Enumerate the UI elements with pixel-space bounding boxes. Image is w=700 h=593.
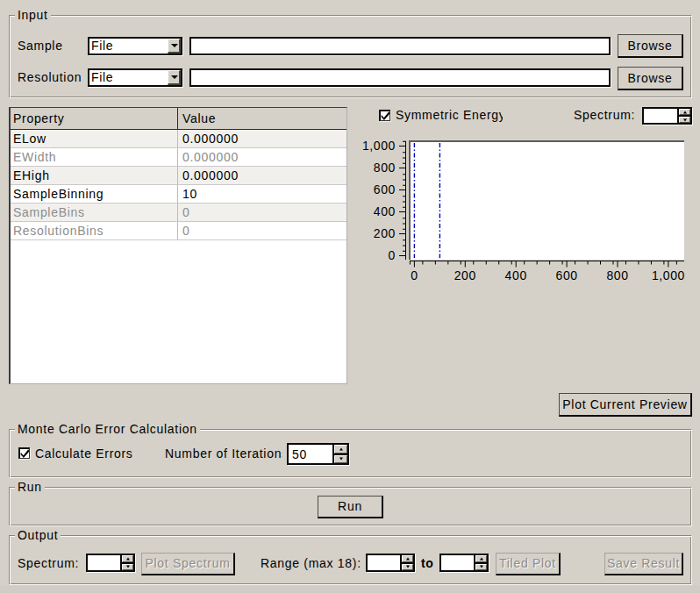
svg-text:600: 600	[374, 182, 396, 196]
svg-text:1,000: 1,000	[652, 268, 685, 282]
svg-text:200: 200	[374, 226, 396, 240]
svg-text:400: 400	[505, 268, 527, 282]
svg-text:0: 0	[389, 248, 396, 262]
svg-text:800: 800	[374, 161, 396, 175]
svg-text:1,000: 1,000	[362, 139, 396, 153]
svg-text:200: 200	[454, 268, 476, 282]
svg-text:0: 0	[411, 268, 418, 282]
svg-text:800: 800	[606, 268, 628, 282]
svg-text:600: 600	[556, 268, 578, 282]
svg-text:400: 400	[374, 204, 396, 218]
